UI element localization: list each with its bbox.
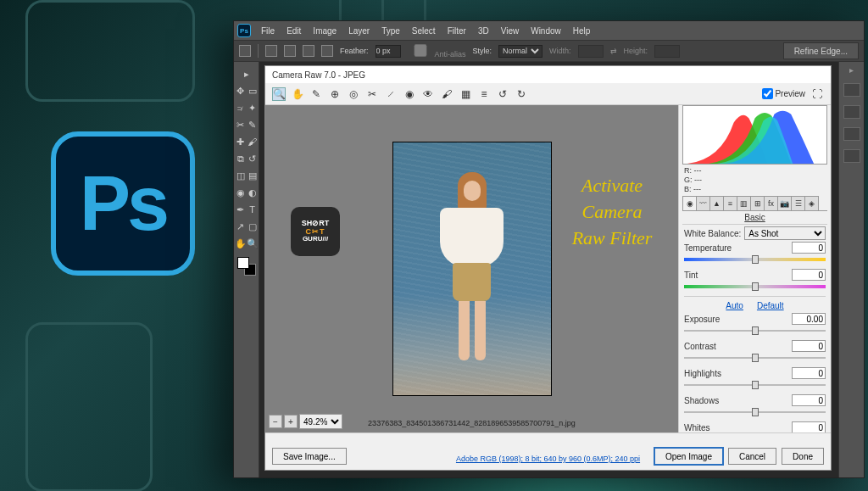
tool-eraser[interactable]: ◫ xyxy=(235,167,247,184)
wb-tool-icon[interactable]: ✎ xyxy=(309,87,323,101)
tab-split[interactable]: ▥ xyxy=(737,196,751,210)
auto-link[interactable]: Auto xyxy=(726,301,743,310)
zoom-tool-icon[interactable]: 🔍 xyxy=(272,87,286,101)
tool-stamp[interactable]: ⧉ xyxy=(235,150,247,167)
color-sampler-icon[interactable]: ⊕ xyxy=(328,87,342,101)
prefs-icon[interactable]: ≡ xyxy=(477,87,491,101)
tool-marquee[interactable]: ▭ xyxy=(247,82,259,99)
tool-type[interactable]: T xyxy=(247,201,259,218)
wb-select[interactable]: As Shot xyxy=(744,226,826,240)
selection-intersect-icon[interactable] xyxy=(321,45,333,57)
zoom-out-button[interactable]: − xyxy=(269,415,282,428)
photoshop-logo: Ps xyxy=(51,131,195,276)
tab-hsl[interactable]: ≡ xyxy=(723,196,737,210)
panel-toggle-icon[interactable]: ▸ xyxy=(849,65,854,75)
panel-swatches-icon[interactable] xyxy=(843,105,860,119)
panel-adjustments-icon[interactable] xyxy=(843,127,860,141)
marquee-tool-icon[interactable] xyxy=(239,45,251,57)
zoom-in-button[interactable]: + xyxy=(284,415,298,428)
whites-input[interactable] xyxy=(792,421,826,432)
menu-view[interactable]: View xyxy=(496,25,525,37)
selection-subtract-icon[interactable] xyxy=(303,45,314,57)
done-button[interactable]: Done xyxy=(782,448,824,465)
preview-checkbox[interactable]: Preview xyxy=(762,88,805,99)
exposure-input[interactable] xyxy=(792,313,826,325)
temperature-input[interactable] xyxy=(792,242,826,254)
fullscreen-icon[interactable]: ⛶ xyxy=(810,87,824,101)
tool-brush[interactable]: 🖌 xyxy=(247,133,259,150)
zoom-bar: − + 49.2% xyxy=(269,414,342,429)
target-adjust-icon[interactable]: ◎ xyxy=(347,87,360,101)
rotate-ccw-icon[interactable]: ↺ xyxy=(496,87,509,101)
menu-select[interactable]: Select xyxy=(407,25,441,37)
panel-color-icon[interactable] xyxy=(843,83,860,97)
tab-detail[interactable]: ▲ xyxy=(709,196,724,210)
tab-basic[interactable]: ◉ xyxy=(682,196,697,210)
exposure-label: Exposure xyxy=(684,315,720,324)
rotate-cw-icon[interactable]: ↻ xyxy=(515,87,528,101)
tool-move[interactable]: ✥ xyxy=(235,82,247,99)
crop-tool-icon[interactable]: ✂ xyxy=(365,87,379,101)
feather-input[interactable] xyxy=(376,45,401,58)
shadows-input[interactable] xyxy=(792,394,826,406)
menu-edit[interactable]: Edit xyxy=(281,25,306,37)
panel-layers-icon[interactable] xyxy=(843,149,860,163)
menu-help[interactable]: Help xyxy=(568,25,596,37)
menu-filter[interactable]: Filter xyxy=(442,25,471,37)
save-image-button[interactable]: Save Image... xyxy=(272,448,347,465)
refine-edge-button[interactable]: Refine Edge... xyxy=(783,42,859,59)
tint-slider[interactable] xyxy=(684,282,826,291)
graduated-filter-icon[interactable]: ▦ xyxy=(459,87,472,101)
open-image-button[interactable]: Open Image xyxy=(654,448,723,465)
workflow-link[interactable]: Adobe RGB (1998); 8 bit; 640 by 960 (0.6… xyxy=(456,455,640,463)
tool-zoom[interactable]: 🔍 xyxy=(247,235,259,252)
tab-camera[interactable]: 📷 xyxy=(777,196,792,210)
menu-type[interactable]: Type xyxy=(376,25,405,37)
tool-pen[interactable]: ✒ xyxy=(235,201,247,218)
menu-window[interactable]: Window xyxy=(526,25,566,37)
straighten-icon[interactable]: ⟋ xyxy=(384,87,398,101)
tab-fx[interactable]: fx xyxy=(764,196,778,210)
tab-presets[interactable]: ☰ xyxy=(791,196,805,210)
image-preview[interactable] xyxy=(392,142,552,396)
tool-hand[interactable]: ✋ xyxy=(235,235,247,252)
selection-new-icon[interactable] xyxy=(265,45,277,57)
contrast-slider[interactable] xyxy=(684,354,826,362)
tool-collapse-icon[interactable]: ▸ xyxy=(241,65,253,82)
temperature-slider[interactable] xyxy=(684,255,826,264)
default-link[interactable]: Default xyxy=(757,301,784,310)
tool-history[interactable]: ↺ xyxy=(247,150,259,167)
tool-wand[interactable]: ✦ xyxy=(247,99,259,116)
highlights-slider[interactable] xyxy=(684,381,826,389)
tool-dodge[interactable]: ◐ xyxy=(247,184,259,201)
adjustment-brush-icon[interactable]: 🖌 xyxy=(440,87,453,101)
exposure-slider[interactable] xyxy=(684,326,826,335)
hand-tool-icon[interactable]: ✋ xyxy=(291,87,304,101)
tool-lasso[interactable]: ⟉ xyxy=(235,99,247,116)
redeye-icon[interactable]: 👁 xyxy=(421,87,435,101)
contrast-input[interactable] xyxy=(792,340,826,352)
tool-shape[interactable]: ▢ xyxy=(247,218,259,235)
tool-heal[interactable]: ✚ xyxy=(235,133,247,150)
tab-curve[interactable]: 〰 xyxy=(696,196,710,210)
highlights-input[interactable] xyxy=(792,367,826,379)
zoom-select[interactable]: 49.2% xyxy=(299,414,342,429)
selection-add-icon[interactable] xyxy=(284,45,296,57)
menu-3d[interactable]: 3D xyxy=(473,25,494,37)
tool-blur[interactable]: ◉ xyxy=(235,184,247,201)
spot-removal-icon[interactable]: ◉ xyxy=(403,87,416,101)
cancel-button[interactable]: Cancel xyxy=(728,448,776,465)
tool-eyedropper[interactable]: ✎ xyxy=(247,116,259,133)
color-swatch[interactable] xyxy=(237,257,256,276)
menu-file[interactable]: File xyxy=(256,25,280,37)
tool-crop[interactable]: ✂ xyxy=(235,116,247,133)
menu-layer[interactable]: Layer xyxy=(343,25,375,37)
style-select[interactable]: Normal xyxy=(498,45,542,58)
tool-gradient[interactable]: ▤ xyxy=(247,167,259,184)
tool-path[interactable]: ↗ xyxy=(235,218,247,235)
menu-image[interactable]: Image xyxy=(308,25,342,37)
tab-snapshots[interactable]: ◈ xyxy=(804,196,819,210)
shadows-slider[interactable] xyxy=(684,408,826,416)
tint-input[interactable] xyxy=(792,269,826,281)
tab-lens[interactable]: ⊞ xyxy=(750,196,765,210)
